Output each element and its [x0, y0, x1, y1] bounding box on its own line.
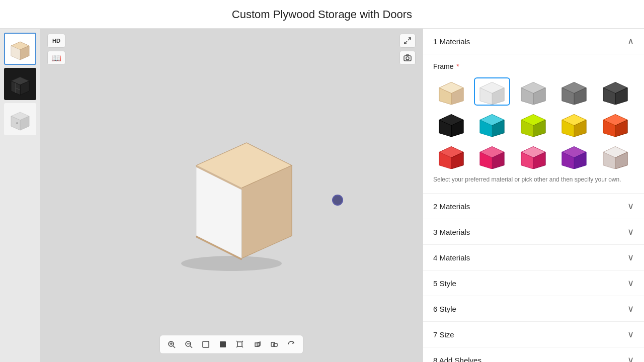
swatch-hot-pink[interactable] [474, 142, 510, 170]
wireframe-button[interactable] [198, 337, 213, 351]
canvas-toolbar-bottom [159, 335, 303, 354]
section-8-header[interactable]: 8 Add Shelves ∨ [423, 347, 644, 362]
svg-rect-40 [274, 343, 277, 346]
section-1-chevron-up: ∧ [627, 36, 634, 47]
swatch-light-gray[interactable] [515, 77, 551, 106]
swatch-cream[interactable] [597, 142, 633, 170]
section-3-title: 3 Materials [433, 228, 470, 236]
frame-hint: Select your preferred material or pick o… [433, 176, 634, 183]
svg-line-34 [242, 341, 243, 342]
page-header: Custom Plywood Storage with Doors [0, 0, 644, 29]
swatch-orange[interactable] [597, 110, 633, 138]
zoom-in-button[interactable] [164, 337, 179, 351]
swatch-black[interactable] [433, 110, 469, 138]
svg-rect-30 [203, 341, 209, 347]
section-1-title: 1 Materials [433, 37, 470, 46]
thumbnail-1[interactable] [4, 33, 36, 65]
section-7-header[interactable]: 7 Size ∨ [423, 322, 644, 347]
swatch-beige[interactable] [433, 77, 469, 106]
camera-button[interactable] [399, 51, 416, 65]
section-8-chevron: ∨ [627, 354, 634, 362]
svg-rect-31 [220, 341, 226, 347]
swatch-light-pink[interactable] [515, 142, 551, 170]
expand-button[interactable] [399, 34, 416, 48]
svg-rect-39 [271, 342, 275, 346]
section-7-title: 7 Size [433, 330, 454, 339]
section-6-header[interactable]: 6 Style ∨ [423, 296, 644, 322]
frame-label: Frame * [433, 62, 634, 70]
svg-line-28 [190, 346, 192, 348]
page-title: Custom Plywood Storage with Doors [0, 8, 644, 21]
svg-point-17 [181, 256, 282, 271]
section-5-chevron: ∨ [627, 278, 634, 289]
swatch-yellow[interactable] [556, 110, 592, 138]
section-4-header[interactable]: 4 Materials ∨ [423, 245, 644, 270]
reset-view-button[interactable] [284, 337, 299, 351]
main-layout: HD 📖 [0, 29, 644, 362]
section-4-chevron: ∨ [627, 252, 634, 263]
hd-button[interactable]: HD [47, 34, 65, 48]
canvas-toolbar-top: HD 📖 [47, 34, 65, 65]
svg-rect-32 [237, 342, 242, 346]
thumbnail-2[interactable] [4, 68, 36, 100]
section-8-title: 8 Add Shelves [433, 356, 481, 363]
section-5-title: 5 Style [433, 279, 456, 288]
swatch-white[interactable] [474, 77, 510, 106]
svg-marker-38 [257, 342, 260, 346]
swatch-lime[interactable] [515, 110, 551, 138]
canvas-area: HD 📖 [40, 29, 423, 362]
swatch-purple[interactable] [556, 142, 592, 170]
right-panel: 1 Materials ∧ Frame * [423, 29, 644, 362]
svg-line-35 [236, 346, 237, 347]
section-2-chevron: ∨ [627, 201, 634, 212]
section-6-chevron: ∨ [627, 303, 634, 314]
required-marker: * [454, 62, 459, 70]
front-view-button[interactable] [250, 337, 265, 351]
section-3-chevron: ∨ [627, 226, 634, 237]
section-1-header[interactable]: 1 Materials ∧ [423, 29, 644, 54]
section-2-header[interactable]: 2 Materials ∨ [423, 194, 644, 219]
swatch-gray[interactable] [556, 77, 592, 106]
side-view-button[interactable] [267, 337, 282, 351]
section-6-title: 6 Style [433, 305, 456, 313]
swatch-cyan[interactable] [474, 110, 510, 138]
section-5-header[interactable]: 5 Style ∨ [423, 270, 644, 296]
frame-section: Frame * [423, 54, 644, 194]
svg-line-24 [173, 346, 175, 348]
solid-button[interactable] [215, 337, 230, 351]
thumbnail-3[interactable] [4, 103, 36, 135]
svg-line-36 [242, 346, 243, 347]
3d-model [151, 115, 312, 276]
svg-line-33 [236, 341, 237, 342]
zoom-out-button[interactable] [181, 337, 196, 351]
perspective-button[interactable] [232, 337, 248, 351]
section-7-chevron: ∨ [627, 329, 634, 340]
book-button[interactable]: 📖 [47, 51, 65, 65]
svg-point-16 [406, 57, 409, 60]
canvas-toolbar-right [399, 34, 416, 65]
section-3-header[interactable]: 3 Materials ∨ [423, 219, 644, 245]
section-4-title: 4 Materials [433, 253, 470, 262]
cursor-indicator [332, 195, 343, 206]
swatch-red[interactable] [433, 142, 469, 170]
color-swatches-grid [433, 77, 634, 170]
thumbnail-sidebar [0, 29, 40, 362]
svg-point-12 [16, 122, 18, 124]
section-2-title: 2 Materials [433, 202, 470, 211]
swatch-dark-gray[interactable] [597, 77, 633, 106]
